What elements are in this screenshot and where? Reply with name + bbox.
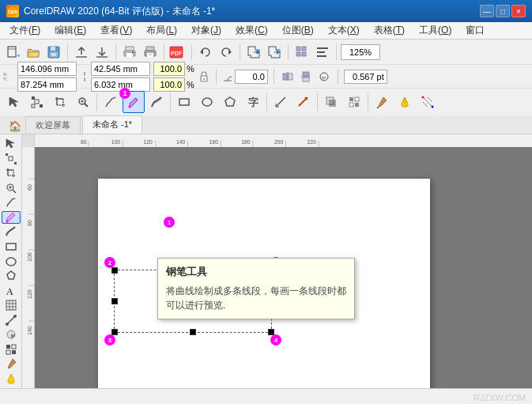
left-tool-freehand[interactable] xyxy=(2,196,21,210)
left-tool-brush[interactable] xyxy=(2,225,21,239)
import-button[interactable] xyxy=(244,43,263,62)
tool-crop[interactable] xyxy=(49,91,71,113)
menu-bitmap[interactable]: 位图(B) xyxy=(276,22,320,39)
left-tool-table[interactable] xyxy=(2,299,21,312)
new-button[interactable]: + xyxy=(3,43,22,62)
menu-layout[interactable]: 布局(L) xyxy=(140,22,183,39)
svg-point-35 xyxy=(203,78,205,80)
menu-object[interactable]: 对象(J) xyxy=(185,22,228,39)
left-tool-transparency[interactable] xyxy=(2,342,21,356)
svg-rect-23 xyxy=(296,47,300,51)
left-tool-selection[interactable] xyxy=(2,138,21,151)
minimize-button[interactable]: — xyxy=(480,5,494,17)
handle-mid-left[interactable] xyxy=(111,298,118,304)
open-button[interactable] xyxy=(24,43,43,62)
w-input[interactable]: 42.545 mm xyxy=(91,62,150,76)
tool-calligraphy[interactable] xyxy=(145,91,168,113)
menu-text[interactable]: 文本(X) xyxy=(322,22,366,39)
grid-snap-button[interactable] xyxy=(292,43,311,62)
tool-pen[interactable]: 1 xyxy=(123,91,145,113)
left-tool-node[interactable] xyxy=(2,153,21,166)
tool-rectangle[interactable] xyxy=(173,91,195,113)
handle-bot-right[interactable]: 4 xyxy=(268,329,274,335)
mirror-v-button[interactable] xyxy=(298,69,314,85)
tool-freehand[interactable] xyxy=(100,91,122,113)
tool-interactive-fill[interactable] xyxy=(417,91,439,113)
tools-sep-3 xyxy=(266,93,267,111)
left-tool-ellipse[interactable] xyxy=(2,255,21,268)
tool-select[interactable] xyxy=(3,91,25,113)
menu-edit[interactable]: 编辑(E) xyxy=(48,22,92,39)
angle-input[interactable]: 0.0 xyxy=(235,70,268,84)
tools-toolbar: 1 字 xyxy=(0,89,532,115)
tool-line[interactable] xyxy=(270,91,292,113)
tool-fill[interactable] xyxy=(394,91,416,113)
tool-shadow[interactable] xyxy=(320,91,342,113)
save-button[interactable] xyxy=(44,43,63,62)
left-tool-connector[interactable] xyxy=(2,313,21,327)
handle-top-left[interactable]: 2 xyxy=(111,267,118,274)
pdf-button[interactable]: PDF xyxy=(168,43,187,62)
props-sep-3 xyxy=(338,69,338,85)
something-button[interactable]: pt xyxy=(316,69,332,85)
svg-point-61 xyxy=(202,98,212,106)
left-tool-eyedropper[interactable] xyxy=(2,357,21,371)
menu-tools[interactable]: 工具(O) xyxy=(413,22,458,39)
tool-arrow[interactable] xyxy=(292,91,315,113)
tool-zoom[interactable] xyxy=(72,91,94,113)
close-button[interactable]: × xyxy=(511,5,526,17)
left-tool-crop[interactable] xyxy=(2,167,21,180)
x-coord-input[interactable]: 146.096 mm xyxy=(17,62,77,76)
maximize-button[interactable]: □ xyxy=(496,5,510,17)
tool-ellipse[interactable] xyxy=(196,91,218,113)
left-tool-effects[interactable] xyxy=(2,328,21,342)
svg-text:100: 100 xyxy=(111,138,120,144)
tool-eyedropper[interactable] xyxy=(371,91,393,113)
align-button[interactable] xyxy=(313,43,332,62)
home-tab[interactable]: 🏠 xyxy=(6,118,24,134)
handle-bot-left[interactable]: 3 xyxy=(111,329,118,335)
menu-view[interactable]: 查看(V) xyxy=(94,22,138,39)
left-tool-pen[interactable] xyxy=(2,211,21,225)
menu-table[interactable]: 表格(T) xyxy=(368,22,411,39)
left-tool-zoom[interactable] xyxy=(2,182,21,195)
menu-effects[interactable]: 效果(C) xyxy=(229,22,274,39)
w-pct-input[interactable] xyxy=(153,62,185,76)
print-setup-button[interactable] xyxy=(120,43,139,62)
handle-bot-mid[interactable] xyxy=(190,329,196,335)
left-tool-text[interactable]: A xyxy=(2,284,21,297)
h-pct-input[interactable] xyxy=(153,77,185,92)
tool-polygon[interactable] xyxy=(219,91,241,113)
mirror-h-button[interactable] xyxy=(280,69,296,85)
lock-ratio-button[interactable] xyxy=(198,70,210,83)
stroke-input[interactable]: 0.567 pt xyxy=(344,70,387,84)
tab-welcome[interactable]: 欢迎屏幕 xyxy=(25,116,81,134)
tool-node-edit[interactable] xyxy=(26,91,48,113)
watermark-text: RJZXW.COM xyxy=(474,393,526,402)
tool-texture[interactable] xyxy=(343,91,365,113)
undo-button[interactable] xyxy=(196,43,215,62)
export-button[interactable] xyxy=(265,43,284,62)
menu-file[interactable]: 文件(F) xyxy=(3,22,47,39)
title-bar: CDR CorelDRAW 2020 (64-Bit 评估版) - 未命名 -1… xyxy=(0,0,532,22)
svg-marker-94 xyxy=(7,271,15,279)
download-button[interactable] xyxy=(92,43,111,62)
svg-rect-126 xyxy=(22,147,35,388)
ruler-vertical: 60 80 100 120 140 xyxy=(22,147,35,388)
left-tool-rect[interactable] xyxy=(2,240,21,254)
svg-text:60: 60 xyxy=(27,184,32,191)
redo-button[interactable] xyxy=(217,43,236,62)
svg-rect-106 xyxy=(12,345,16,349)
svg-rect-73 xyxy=(349,103,353,107)
tool-text[interactable]: 字 xyxy=(242,91,264,113)
y-coord-input[interactable]: 87.254 mm xyxy=(17,77,77,92)
left-tool-polygon[interactable] xyxy=(2,270,21,283)
left-tool-fill[interactable] xyxy=(2,372,21,386)
window-controls[interactable]: — □ × xyxy=(480,5,526,17)
tab-active[interactable]: 未命名 -1* xyxy=(82,115,142,134)
upload-button[interactable] xyxy=(72,43,91,62)
canvas-area[interactable]: 2 5 3 4 × xyxy=(35,147,532,388)
print-button[interactable] xyxy=(141,43,160,62)
zoom-input[interactable]: 125% xyxy=(341,44,380,60)
menu-window[interactable]: 窗口 xyxy=(459,22,491,39)
